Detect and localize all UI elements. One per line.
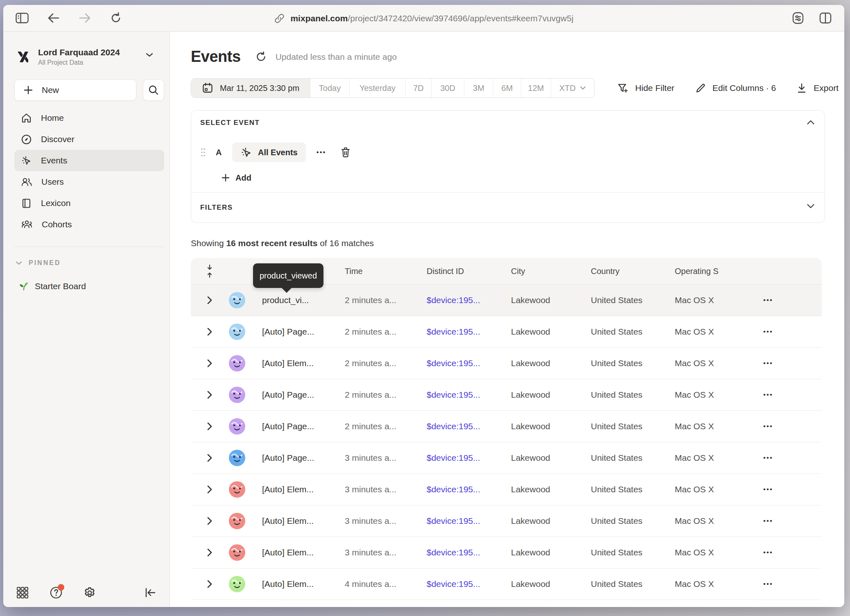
pinned-header[interactable]: PINNED (16, 259, 164, 267)
row-expander[interactable] (191, 327, 228, 336)
row-expander[interactable] (191, 422, 228, 431)
url-bar[interactable]: mixpanel.com/project/3472420/view/397469… (274, 5, 573, 32)
table-row[interactable]: [Auto] Page...3 minutes a...$device:195.… (191, 442, 822, 474)
help-button[interactable] (49, 586, 63, 600)
search-button[interactable] (143, 79, 164, 101)
sidebar-item-label: Events (41, 156, 67, 165)
row-actions-button[interactable]: ••• (763, 422, 773, 430)
row-actions-button[interactable]: ••• (763, 580, 773, 588)
row-expander[interactable] (191, 390, 228, 399)
refresh-data-button[interactable] (255, 51, 267, 62)
delete-event-button[interactable] (340, 147, 351, 158)
row-actions-button[interactable]: ••• (763, 296, 773, 304)
row-expander[interactable] (191, 359, 228, 368)
distinct-id-link[interactable]: $device:195... (427, 579, 480, 589)
table-row[interactable]: [Auto] Elem...2 minutes a...$device:195.… (191, 348, 822, 379)
sidebar-item-cohorts[interactable]: Cohorts (14, 214, 164, 235)
sidebar-item-home[interactable]: Home (14, 107, 164, 129)
edit-columns-button[interactable]: Edit Columns · 6 (695, 83, 776, 94)
page-refresh-button[interactable] (109, 11, 123, 25)
sidebar-item-lexicon[interactable]: Lexicon (14, 192, 164, 214)
distinct-id-link[interactable]: $device:195... (427, 485, 480, 494)
settings-button[interactable] (83, 586, 97, 600)
row-actions-button[interactable]: ••• (763, 328, 773, 336)
hide-filter-button[interactable]: Hide Filter (617, 82, 674, 94)
os-column-header[interactable]: Operating S (675, 267, 753, 276)
table-row[interactable]: [Auto] Page...2 minutes a...$device:195.… (191, 316, 822, 348)
distinct-id-link[interactable]: $device:195... (427, 390, 480, 399)
date-tab-7d[interactable]: 7D (406, 79, 432, 97)
distinct-id-link[interactable]: $device:195... (427, 453, 480, 462)
date-tab-30d[interactable]: 30D (432, 79, 464, 97)
country-column-header[interactable]: Country (591, 267, 675, 276)
distinct-id-link[interactable]: $device:195... (427, 516, 480, 525)
collapse-sidebar-button[interactable] (143, 586, 157, 600)
avatar-face (228, 512, 246, 530)
distinct-id-cell: $device:195... (427, 579, 511, 589)
forward-arrow-icon (79, 13, 91, 23)
event-select-pill[interactable]: All Events (232, 143, 306, 162)
event-options-button[interactable]: ••• (316, 148, 326, 156)
row-actions-button[interactable]: ••• (763, 359, 773, 367)
sidebar-item-users[interactable]: Users (14, 171, 164, 192)
row-expander[interactable] (191, 296, 228, 305)
time-column-header[interactable]: Time (345, 267, 427, 276)
collapse-section-button[interactable] (807, 120, 815, 125)
row-actions-button[interactable]: ••• (763, 517, 773, 525)
distinct-id-link[interactable]: $device:195... (427, 358, 480, 368)
distinct-id-link[interactable]: $device:195... (427, 295, 480, 305)
sidebar-item-discover[interactable]: Discover (14, 129, 164, 150)
date-tab-3m[interactable]: 3M (464, 79, 493, 97)
drag-handle-icon[interactable] (200, 147, 206, 157)
row-expander[interactable] (191, 580, 228, 589)
row-actions-cell: ••• (753, 422, 822, 430)
table-row[interactable]: [Auto] Elem...4 minutes a...$device:195.… (191, 568, 822, 600)
apps-grid-button[interactable] (16, 586, 29, 600)
row-actions-cell: ••• (753, 391, 822, 399)
event-time: 2 minutes a... (345, 390, 427, 400)
back-button[interactable] (46, 11, 61, 25)
row-actions-button[interactable]: ••• (763, 485, 773, 494)
expand-section-button[interactable] (807, 204, 815, 209)
row-actions-button[interactable]: ••• (763, 548, 773, 557)
table-row[interactable]: [Auto] Page...2 minutes a...$device:195.… (191, 411, 822, 442)
distinct-id-link[interactable]: $device:195... (427, 548, 480, 557)
forward-button[interactable] (77, 11, 92, 25)
date-picker-segment[interactable]: Mar 11, 2025 3:30 pm (191, 79, 310, 97)
row-actions-button[interactable]: ••• (763, 454, 773, 462)
row-expander[interactable] (191, 485, 228, 494)
results-suffix: of 16 matches (317, 238, 374, 248)
sort-column-header[interactable] (191, 264, 228, 278)
distinct-id-link[interactable]: $device:195... (427, 327, 480, 336)
book-icon (21, 198, 32, 209)
row-actions-button[interactable]: ••• (763, 391, 773, 399)
date-tab-today[interactable]: Today (310, 79, 350, 97)
table-row[interactable] (191, 600, 822, 605)
link-icon (274, 13, 285, 24)
date-tab-6m[interactable]: 6M (493, 79, 521, 97)
table-row[interactable]: [Auto] Elem...3 minutes a...$device:195.… (191, 474, 822, 505)
row-expander[interactable] (191, 548, 228, 557)
row-expander[interactable] (191, 453, 228, 462)
distinct-id-link[interactable]: $device:195... (427, 421, 480, 431)
add-event-button[interactable]: Add (222, 170, 271, 186)
distinct-id-column-header[interactable]: Distinct ID (427, 267, 511, 276)
date-tab-yesterday[interactable]: Yesterday (350, 79, 406, 97)
export-button[interactable]: Export (796, 83, 839, 94)
table-row[interactable]: [Auto] Elem...3 minutes a...$device:195.… (191, 537, 822, 568)
date-tab-xtd[interactable]: XTD (551, 79, 594, 97)
city-column-header[interactable]: City (511, 267, 591, 276)
new-button[interactable]: New (14, 79, 136, 101)
split-view-button[interactable] (818, 11, 833, 25)
project-name: Lord Farquaad 2024 (38, 47, 120, 58)
table-row[interactable]: [Auto] Page...2 minutes a...$device:195.… (191, 379, 822, 411)
project-switcher[interactable]: Lord Farquaad 2024 All Project Data (14, 47, 158, 66)
sidebar-item-starter-board[interactable]: Starter Board (14, 276, 164, 296)
table-row[interactable]: [Auto] Elem...3 minutes a...$device:195.… (191, 505, 822, 537)
sidebar-item-events[interactable]: Events (14, 150, 164, 171)
date-tab-12m[interactable]: 12M (521, 79, 551, 97)
page-settings-button[interactable] (791, 11, 805, 25)
tooltip: product_viewed (253, 263, 323, 288)
row-expander[interactable] (191, 516, 228, 525)
sidebar-toggle-button[interactable] (15, 11, 29, 25)
